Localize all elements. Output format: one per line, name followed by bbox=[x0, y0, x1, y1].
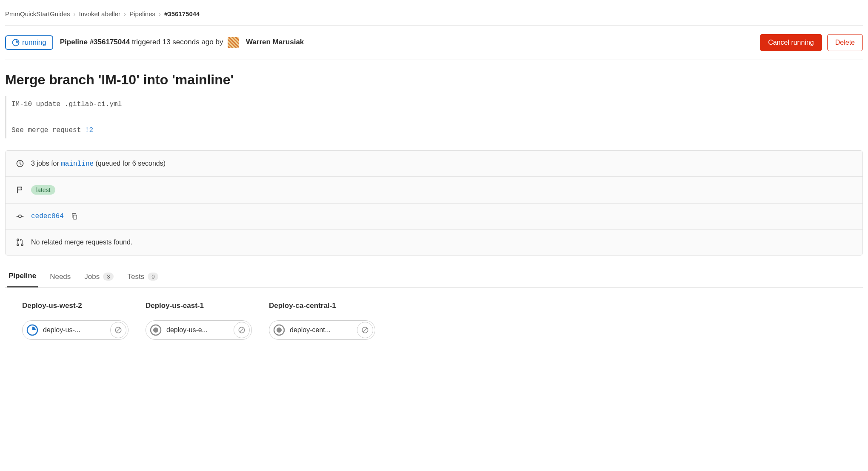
author-link[interactable]: Warren Marusiak bbox=[246, 38, 304, 46]
latest-badge: latest bbox=[31, 185, 55, 195]
avatar[interactable] bbox=[228, 37, 239, 48]
info-row-mr: No related merge requests found. bbox=[6, 230, 862, 255]
svg-point-6 bbox=[21, 244, 23, 246]
pipeline-stages: Deploy-us-west-2 deploy-us-... Deploy-us… bbox=[5, 288, 863, 353]
breadcrumb: PmmQuickStartGuides › InvokeLabeller › P… bbox=[5, 5, 863, 26]
svg-point-10 bbox=[153, 327, 158, 333]
tabs: Pipeline Needs Jobs 3 Tests 0 bbox=[5, 266, 863, 288]
clock-icon bbox=[16, 159, 24, 168]
job-label: deploy-us-... bbox=[43, 326, 110, 334]
delete-button[interactable]: Delete bbox=[827, 34, 863, 51]
running-icon bbox=[26, 324, 39, 336]
running-icon bbox=[12, 39, 20, 46]
copy-icon[interactable] bbox=[71, 213, 78, 220]
chevron-right-icon: › bbox=[159, 10, 161, 17]
cancel-icon bbox=[361, 326, 369, 334]
stage-name: Deploy-ca-central-1 bbox=[269, 302, 375, 310]
tab-badge: 3 bbox=[103, 273, 114, 281]
tab-jobs[interactable]: Jobs 3 bbox=[83, 266, 115, 287]
commit-icon bbox=[16, 212, 24, 221]
stage: Deploy-us-east-1 deploy-us-e... bbox=[146, 302, 252, 340]
stage-name: Deploy-us-west-2 bbox=[22, 302, 128, 310]
tab-tests[interactable]: Tests 0 bbox=[126, 266, 160, 287]
branch-link[interactable]: mainline bbox=[61, 160, 94, 168]
merge-request-link[interactable]: !2 bbox=[85, 126, 93, 134]
header-left: running Pipeline #356175044 triggered 13… bbox=[5, 35, 304, 50]
job-pill[interactable]: deploy-cent... bbox=[269, 320, 375, 340]
flag-icon bbox=[16, 186, 24, 194]
stage: Deploy-us-west-2 deploy-us-... bbox=[22, 302, 128, 340]
job-label: deploy-us-e... bbox=[166, 326, 234, 334]
commit-line: See merge request !2 bbox=[11, 124, 863, 137]
stage-name: Deploy-us-east-1 bbox=[146, 302, 252, 310]
commit-sha-link[interactable]: cedec864 bbox=[31, 213, 64, 220]
svg-rect-3 bbox=[73, 215, 77, 219]
cancel-icon bbox=[238, 326, 246, 334]
tab-badge: 0 bbox=[148, 273, 158, 281]
breadcrumb-item[interactable]: InvokeLabeller bbox=[79, 10, 121, 17]
cancel-running-button[interactable]: Cancel running bbox=[760, 34, 822, 51]
status-badge-running[interactable]: running bbox=[5, 35, 53, 50]
job-label: deploy-cent... bbox=[290, 326, 357, 334]
svg-point-2 bbox=[19, 215, 22, 218]
info-row-commit: cedec864 bbox=[6, 204, 862, 230]
cancel-job-button[interactable] bbox=[110, 322, 126, 338]
cancel-job-button[interactable] bbox=[357, 322, 373, 338]
breadcrumb-current: #356175044 bbox=[164, 10, 200, 17]
cancel-job-button[interactable] bbox=[234, 322, 250, 338]
status-label: running bbox=[22, 38, 46, 47]
pipeline-header: running Pipeline #356175044 triggered 13… bbox=[5, 26, 863, 60]
pipeline-info: Pipeline #356175044 triggered 13 seconds… bbox=[60, 37, 304, 48]
tab-pipeline[interactable]: Pipeline bbox=[7, 266, 38, 287]
info-row-jobs: 3 jobs for mainline (queued for 6 second… bbox=[6, 151, 862, 177]
pending-icon bbox=[273, 324, 286, 336]
pending-icon bbox=[149, 324, 162, 336]
job-pill[interactable]: deploy-us-... bbox=[22, 320, 128, 340]
chevron-right-icon: › bbox=[124, 10, 126, 17]
info-box: 3 jobs for mainline (queued for 6 second… bbox=[5, 150, 863, 256]
info-row-badge: latest bbox=[6, 177, 862, 204]
breadcrumb-item[interactable]: Pipelines bbox=[129, 10, 155, 17]
commit-message: IM-10 update .gitlab-ci.yml See merge re… bbox=[5, 96, 863, 138]
svg-point-13 bbox=[277, 327, 282, 333]
mr-status-text: No related merge requests found. bbox=[31, 238, 132, 246]
cancel-icon bbox=[114, 326, 122, 334]
commit-line: IM-10 update .gitlab-ci.yml bbox=[11, 98, 863, 111]
breadcrumb-item[interactable]: PmmQuickStartGuides bbox=[5, 10, 70, 17]
svg-point-4 bbox=[17, 239, 19, 241]
job-pill[interactable]: deploy-us-e... bbox=[146, 320, 252, 340]
header-actions: Cancel running Delete bbox=[760, 34, 863, 51]
chevron-right-icon: › bbox=[74, 10, 76, 17]
stage: Deploy-ca-central-1 deploy-cent... bbox=[269, 302, 375, 340]
tab-needs[interactable]: Needs bbox=[48, 266, 72, 287]
svg-point-5 bbox=[17, 244, 19, 246]
page-title: Merge branch 'IM-10' into 'mainline' bbox=[5, 72, 863, 88]
merge-request-icon bbox=[16, 238, 24, 247]
